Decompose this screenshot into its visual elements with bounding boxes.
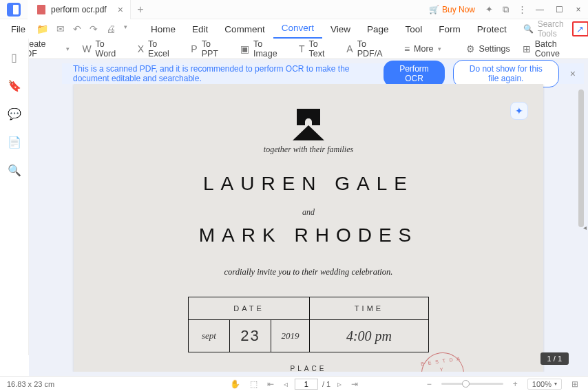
tab-home[interactable]: Home [143, 21, 184, 39]
first-page-icon[interactable]: ⇤ [264, 379, 277, 389]
share-button[interactable]: ↗ [572, 21, 588, 36]
document-tab[interactable]: perform ocr.pdf × [28, 0, 131, 19]
ppt-icon: P [191, 43, 197, 54]
minimize-button[interactable]: — [530, 0, 549, 19]
close-banner-icon[interactable]: × [570, 68, 576, 79]
to-text-label: To Text [309, 39, 335, 59]
month-cell: sept [189, 320, 230, 352]
best-day-stamp: B E S T D A YE V E R [419, 350, 467, 372]
chevron-down-icon: ▾ [66, 45, 70, 52]
floating-tool-icon[interactable]: ✦ [510, 102, 528, 120]
to-excel-label: To Excel [148, 39, 178, 59]
image-icon: ▣ [240, 43, 249, 54]
tab-form[interactable]: Form [430, 21, 469, 39]
zoom-slider[interactable] [441, 383, 503, 385]
fit-page-icon[interactable]: ⊞ [569, 379, 581, 389]
day-cell: 23 [230, 320, 271, 352]
to-word-button[interactable]: WTo Word [82, 39, 125, 59]
to-pdfa-label: To PDF/A [357, 39, 392, 59]
maximize-button[interactable]: ☐ [549, 0, 569, 19]
redo-icon[interactable]: ↷ [90, 23, 98, 34]
dismiss-ocr-button[interactable]: Do not show for this file again. [453, 60, 559, 87]
zoom-level-select[interactable]: 100%▾ [527, 379, 562, 390]
tab-view[interactable]: View [322, 21, 359, 39]
tab-convert[interactable]: Convert [273, 20, 322, 39]
page-total: / 1 [322, 380, 330, 388]
undo-icon[interactable]: ↶ [73, 23, 81, 34]
search-panel-icon[interactable]: 🔍 [8, 164, 21, 177]
tab-title: perform ocr.pdf [51, 5, 107, 14]
bookmark-icon[interactable]: 🔖 [8, 79, 21, 92]
to-text-button[interactable]: TTo Text [299, 39, 334, 59]
last-page-icon[interactable]: ⇥ [348, 379, 361, 389]
mail-icon[interactable]: ✉ [56, 23, 65, 34]
place-label: PLACE [291, 365, 327, 372]
zoom-out-icon[interactable]: − [424, 379, 434, 389]
cart-icon: 🛒 [429, 5, 439, 14]
to-image-button[interactable]: ▣To Image [240, 39, 286, 59]
more-menu-icon[interactable]: ⋮ [514, 0, 530, 19]
to-word-label: To Word [96, 39, 125, 59]
print-icon[interactable]: 🖨 [106, 23, 116, 34]
thumbnails-icon[interactable]: ▯ [11, 51, 17, 64]
tab-comment[interactable]: Comment [216, 21, 273, 39]
vertical-scrollbar[interactable] [578, 89, 584, 227]
to-image-label: To Image [253, 39, 286, 59]
chevron-down-icon: ▾ [554, 381, 557, 387]
tab-protect[interactable]: Protect [469, 21, 515, 39]
batch-icon: ⊞ [523, 43, 531, 54]
year-cell: 2019 [271, 320, 310, 352]
word-icon: W [82, 43, 91, 54]
gift-icon[interactable]: ✦ [481, 0, 497, 19]
buy-now-label: Buy Now [442, 5, 475, 14]
new-tab-button[interactable]: + [131, 3, 150, 16]
prev-page-icon[interactable]: ◃ [281, 379, 291, 389]
and-text: and [302, 207, 315, 218]
search-placeholder: Search Tools [538, 19, 564, 39]
settings-button[interactable]: ⚙Settings [466, 43, 510, 54]
buy-now-link[interactable]: 🛒 Buy Now [423, 5, 481, 14]
text-icon: T [299, 43, 305, 54]
tab-page[interactable]: Page [359, 21, 397, 39]
to-ppt-label: To PPT [202, 39, 228, 59]
date-time-table: DATE TIME sept 23 2019 4:00 pm [188, 297, 429, 352]
close-window-button[interactable]: × [569, 0, 588, 19]
to-ppt-button[interactable]: PTo PPT [191, 39, 228, 59]
hand-tool-icon[interactable]: ✋ [227, 379, 243, 389]
more-button[interactable]: ≡More▾ [404, 43, 441, 54]
file-menu[interactable]: File [6, 24, 31, 34]
to-pdfa-button[interactable]: ATo PDF/A [346, 39, 392, 59]
close-tab-icon[interactable]: × [118, 4, 123, 15]
expand-right-handle[interactable]: ◂ [581, 218, 588, 237]
tab-edit[interactable]: Edit [184, 21, 216, 39]
gear-icon: ⚙ [466, 43, 475, 54]
document-page: ✦ together with their families LAUREN GA… [74, 84, 543, 372]
open-icon[interactable]: 📁 [36, 23, 48, 34]
excel-icon: X [138, 43, 144, 54]
perform-ocr-button[interactable]: Perform OCR [384, 61, 444, 87]
search-icon: 🔍 [523, 24, 534, 34]
more-label: More [414, 44, 433, 54]
chevron-down-icon: ▾ [438, 45, 441, 52]
zoom-value: 100% [532, 380, 552, 388]
search-tools-input[interactable]: 🔍 Search Tools [518, 19, 569, 39]
date-header: DATE [189, 297, 310, 320]
zoom-in-icon[interactable]: + [510, 379, 521, 389]
stamp-top: B E S T D A Y [421, 356, 461, 372]
comment-panel-icon[interactable]: 💬 [8, 107, 21, 120]
name-2: MARK RHODES [199, 224, 418, 246]
to-excel-button[interactable]: XTo Excel [138, 39, 179, 59]
page-number-input[interactable] [295, 379, 318, 390]
screenshot-icon[interactable]: ⧉ [497, 0, 514, 19]
zoom-thumb[interactable] [462, 380, 470, 388]
tab-tool[interactable]: Tool [397, 21, 431, 39]
select-tool-icon[interactable]: ⬚ [247, 379, 260, 389]
next-page-icon[interactable]: ▹ [335, 379, 344, 389]
print-dropdown-icon[interactable]: ▾ [124, 23, 127, 34]
attachment-icon[interactable]: 📄 [8, 136, 21, 149]
page-indicator-badge: 1 / 1 [540, 352, 569, 365]
pdfa-icon: A [346, 43, 353, 54]
batch-convert-button[interactable]: ⊞Batch Conve [523, 39, 581, 59]
name-1: LAUREN GALE [203, 173, 414, 195]
together-line: together with their families [264, 145, 353, 155]
